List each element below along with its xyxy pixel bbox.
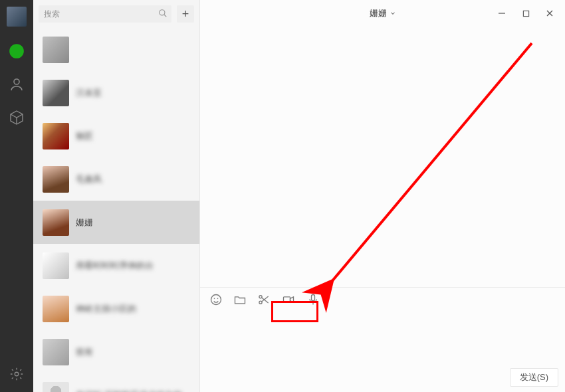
svg-point-9 xyxy=(211,295,221,305)
chat-title[interactable]: 姗姗 xyxy=(370,7,396,19)
svg-point-13 xyxy=(259,301,262,304)
search-row: + xyxy=(33,0,199,28)
input-toolbar xyxy=(200,287,565,309)
nav-settings[interactable] xyxy=(8,365,25,383)
chat-item[interactable]: 布设时 可能能千读户代办的 xyxy=(33,373,199,392)
send-file-button[interactable] xyxy=(233,293,247,306)
nav-contacts[interactable] xyxy=(8,76,25,93)
plus-icon: + xyxy=(182,8,189,20)
nav-chats[interactable] xyxy=(8,43,25,60)
svg-point-11 xyxy=(217,298,219,300)
svg-line-4 xyxy=(164,15,167,17)
maximize-button[interactable] xyxy=(514,4,537,23)
chat-avatar xyxy=(43,37,69,63)
chat-item[interactable]: 毛蛊风 xyxy=(33,157,199,201)
chat-avatar xyxy=(43,166,69,193)
chat-name: 筑有 xyxy=(76,346,190,358)
chat-title-text: 姗姗 xyxy=(370,7,387,19)
chat-item[interactable]: 姗姗 xyxy=(33,201,199,244)
svg-point-1 xyxy=(14,79,19,84)
chat-name: 魅匠 xyxy=(76,130,190,142)
send-row: 发送(S) xyxy=(200,365,565,392)
titlebar: 姗姗 xyxy=(200,0,565,27)
chat-avatar xyxy=(43,296,69,322)
svg-rect-6 xyxy=(523,11,528,16)
folder-icon xyxy=(233,293,247,306)
chat-avatar xyxy=(43,252,69,279)
chat-name: 用看时时时序伸的台 xyxy=(76,260,190,272)
chat-item[interactable]: 魅匠 xyxy=(33,114,199,157)
chat-list[interactable]: 汪未至魅匠毛蛊风姗姗用看时时时序伸的台神岭主国小区的筑有布设时 可能能千读户代办… xyxy=(33,28,199,392)
chat-name: 神岭主国小区的 xyxy=(76,303,190,315)
chevron-down-icon xyxy=(390,10,396,17)
chat-name: 汪未至 xyxy=(76,87,190,99)
search-input[interactable] xyxy=(39,5,171,23)
search-icon xyxy=(158,9,168,18)
message-area[interactable] xyxy=(200,27,565,287)
svg-point-0 xyxy=(9,44,24,58)
nav-favorites[interactable] xyxy=(8,109,25,126)
chat-avatar xyxy=(43,209,69,236)
chat-item[interactable]: 汪未至 xyxy=(33,71,199,114)
search-box xyxy=(39,5,171,23)
scissors-icon xyxy=(257,293,271,306)
emoji-button[interactable] xyxy=(209,293,223,306)
chat-avatar xyxy=(43,339,69,365)
chat-panel: 姗姗 xyxy=(200,0,565,392)
svg-point-10 xyxy=(214,298,215,300)
close-button[interactable] xyxy=(538,4,561,23)
send-button[interactable]: 发送(S) xyxy=(510,368,558,387)
nav-rail xyxy=(0,0,33,392)
chat-avatar xyxy=(43,123,69,149)
screenshot-button[interactable] xyxy=(257,293,271,306)
svg-point-3 xyxy=(160,10,165,15)
chat-name: 毛蛊风 xyxy=(76,173,190,185)
annotation-highlight-box xyxy=(271,301,318,322)
svg-point-12 xyxy=(259,296,262,298)
minimize-button[interactable] xyxy=(491,4,513,23)
window-controls xyxy=(491,4,561,23)
chat-avatar xyxy=(43,80,69,106)
chat-item[interactable]: 用看时时时序伸的台 xyxy=(33,244,199,287)
chat-list-panel: + 汪未至魅匠毛蛊风姗姗用看时时时序伸的台神岭主国小区的筑有布设时 可能能千读户… xyxy=(33,0,200,392)
chat-item[interactable] xyxy=(33,28,199,71)
chat-avatar xyxy=(43,382,69,393)
svg-rect-18 xyxy=(312,295,315,301)
chat-item[interactable]: 神岭主国小区的 xyxy=(33,287,199,330)
chat-name: 姗姗 xyxy=(76,217,190,229)
svg-point-2 xyxy=(15,372,19,376)
new-chat-button[interactable]: + xyxy=(177,5,194,23)
smiley-icon xyxy=(209,293,223,306)
chat-name: 布设时 可能能千读户代办的 xyxy=(76,389,190,393)
chat-item[interactable]: 筑有 xyxy=(33,330,199,373)
message-input[interactable] xyxy=(200,309,565,365)
user-avatar[interactable] xyxy=(7,7,27,27)
